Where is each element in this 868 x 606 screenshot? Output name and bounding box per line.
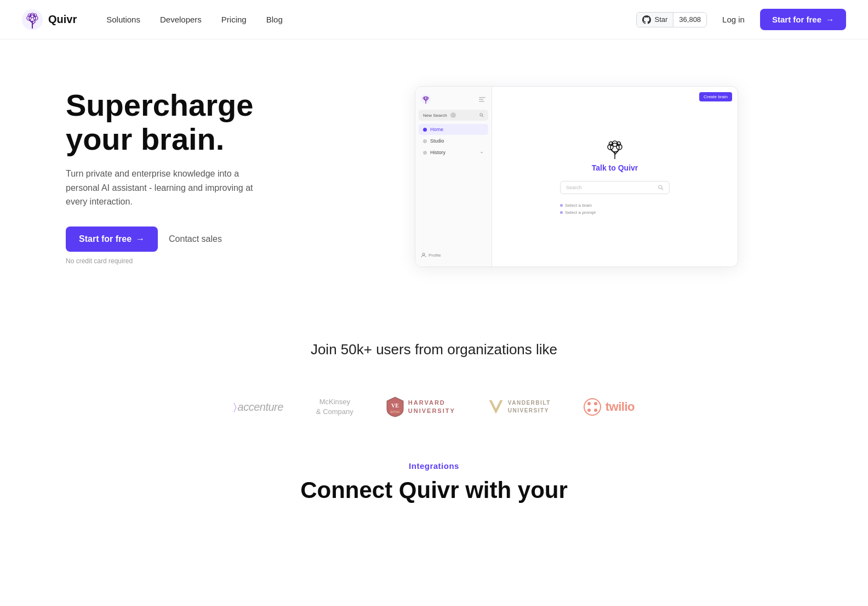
app-nav-studio-dot xyxy=(423,139,427,143)
logo-link[interactable]: Quivr xyxy=(22,9,77,30)
nav-right: Star 36,808 Log in Start for free → xyxy=(636,9,846,30)
nav-pricing[interactable]: Pricing xyxy=(214,10,254,29)
app-nav-home[interactable]: Home xyxy=(419,124,488,135)
app-nav-studio[interactable]: Studio xyxy=(419,135,488,146)
app-create-brain-button[interactable]: Create brain xyxy=(699,92,732,101)
github-star-text: Star xyxy=(654,15,667,24)
svg-text:VE: VE xyxy=(391,403,399,409)
brand-name: Quivr xyxy=(48,13,77,26)
svg-point-36 xyxy=(584,399,601,415)
app-sidebar: New Search Home Studio xyxy=(415,87,492,267)
github-star-label-area: Star xyxy=(637,13,673,27)
twilio-icon xyxy=(584,398,601,416)
app-nav-studio-label: Studio xyxy=(430,138,444,144)
harvard-shield-icon: VE RITAS xyxy=(386,397,404,417)
login-link[interactable]: Log in xyxy=(716,10,751,29)
app-nav-history[interactable]: History xyxy=(419,147,488,158)
hero-subtitle: Turn private and enterprise knowledge in… xyxy=(66,167,263,209)
hero-start-button[interactable]: Start for free → xyxy=(66,226,158,252)
app-hints: Select a brain Select a prompt xyxy=(560,203,670,215)
hero-text: Supercharge your brain. Turn private and… xyxy=(66,88,296,265)
app-search-bar[interactable]: Search xyxy=(560,181,670,194)
app-profile-icon xyxy=(421,252,426,258)
vanderbilt-text: VANDERBILT UNIVERSITY xyxy=(508,399,551,415)
harvard-logo: VE RITAS HARVARD UNIVERSITY xyxy=(386,397,455,417)
app-hint-2: Select a prompt xyxy=(560,210,596,215)
integrations-label: Integrations xyxy=(22,461,846,471)
app-sidebar-nav: Home Studio History xyxy=(415,122,492,160)
github-icon xyxy=(642,15,651,24)
app-hint-1: Select a brain xyxy=(560,203,592,208)
hero-actions: Start for free → Contact sales xyxy=(66,226,296,252)
svg-line-33 xyxy=(662,189,664,190)
mckinsey-line2: & Company xyxy=(316,407,353,417)
app-nav-home-dot xyxy=(423,128,427,132)
accenture-arrow-icon: 〉 xyxy=(233,401,237,413)
svg-point-32 xyxy=(659,185,662,189)
svg-rect-17 xyxy=(479,97,486,98)
app-search-tab[interactable]: New Search xyxy=(419,110,488,121)
app-nav-history-dot xyxy=(423,151,427,155)
svg-line-21 xyxy=(482,116,483,117)
svg-text:RITAS: RITAS xyxy=(390,410,399,414)
harvard-text: HARVARD UNIVERSITY xyxy=(408,399,455,416)
accenture-logo: 〉 accenture xyxy=(233,401,283,414)
app-main-logo-icon xyxy=(604,138,626,160)
logos-row: 〉 accenture McKinsey & Company VE RITAS … xyxy=(0,391,868,439)
twilio-text: twilio xyxy=(606,400,635,414)
app-search-tab-close[interactable] xyxy=(450,112,456,118)
nav-links: Solutions Developers Pricing Blog xyxy=(99,10,636,29)
app-hint-1-dot xyxy=(560,204,563,207)
app-main-area: Create brain Talk to Q xyxy=(492,87,738,267)
app-profile-label[interactable]: Profile xyxy=(429,253,441,258)
svg-point-20 xyxy=(480,114,483,116)
nav-start-button[interactable]: Start for free → xyxy=(760,9,846,30)
navigation: Quivr Solutions Developers Pricing Blog … xyxy=(0,0,868,39)
twilio-logo: twilio xyxy=(584,398,635,416)
app-search-tab-label: New Search xyxy=(423,113,447,118)
svg-point-39 xyxy=(587,409,591,412)
app-nav-history-label: History xyxy=(430,150,446,155)
svg-point-37 xyxy=(587,402,591,405)
hero-contact-link[interactable]: Contact sales xyxy=(169,234,222,244)
svg-point-38 xyxy=(594,402,597,405)
nav-blog[interactable]: Blog xyxy=(259,10,290,29)
app-nav-home-label: Home xyxy=(430,127,443,132)
github-star-count: 36,808 xyxy=(673,13,706,26)
svg-rect-19 xyxy=(479,101,484,102)
svg-point-22 xyxy=(422,253,425,256)
app-sidebar-bottom: Profile xyxy=(415,248,492,262)
nav-solutions[interactable]: Solutions xyxy=(99,10,148,29)
app-search-placeholder: Search xyxy=(566,185,582,190)
join-section: Join 50k+ users from organizations like xyxy=(0,314,868,391)
vanderbilt-logo: VANDERBILT UNIVERSITY xyxy=(488,398,551,416)
join-title: Join 50k+ users from organizations like xyxy=(22,341,846,358)
app-main-title: Talk to Quivr xyxy=(592,163,638,172)
nav-developers[interactable]: Developers xyxy=(152,10,209,29)
integrations-title: Connect Quivr with your xyxy=(22,477,846,503)
app-window: New Search Home Studio xyxy=(415,86,738,267)
search-tab-icon xyxy=(479,113,484,117)
app-search-icon xyxy=(658,185,664,190)
integrations-section: Integrations Connect Quivr with your xyxy=(0,439,868,509)
svg-point-40 xyxy=(594,409,597,412)
app-nav-history-chevron xyxy=(479,150,484,155)
accenture-text: accenture xyxy=(238,401,283,414)
github-star-button[interactable]: Star 36,808 xyxy=(636,12,707,27)
hero-screenshot: New Search Home Studio xyxy=(329,86,824,267)
quivr-logo-icon xyxy=(22,9,43,30)
mckinsey-logo: McKinsey & Company xyxy=(316,397,353,417)
app-sidebar-top xyxy=(415,91,492,107)
app-sidebar-logo-icon xyxy=(421,94,431,104)
vanderbilt-v-icon xyxy=(488,398,504,416)
svg-rect-18 xyxy=(479,99,483,100)
hero-title: Supercharge your brain. xyxy=(66,88,296,156)
mckinsey-line1: McKinsey xyxy=(316,397,353,407)
app-hint-2-dot xyxy=(560,211,563,214)
hero-no-cc-text: No credit card required xyxy=(66,257,296,265)
hero-section: Supercharge your brain. Turn private and… xyxy=(0,39,868,314)
app-sidebar-collapse-icon[interactable] xyxy=(478,95,486,103)
